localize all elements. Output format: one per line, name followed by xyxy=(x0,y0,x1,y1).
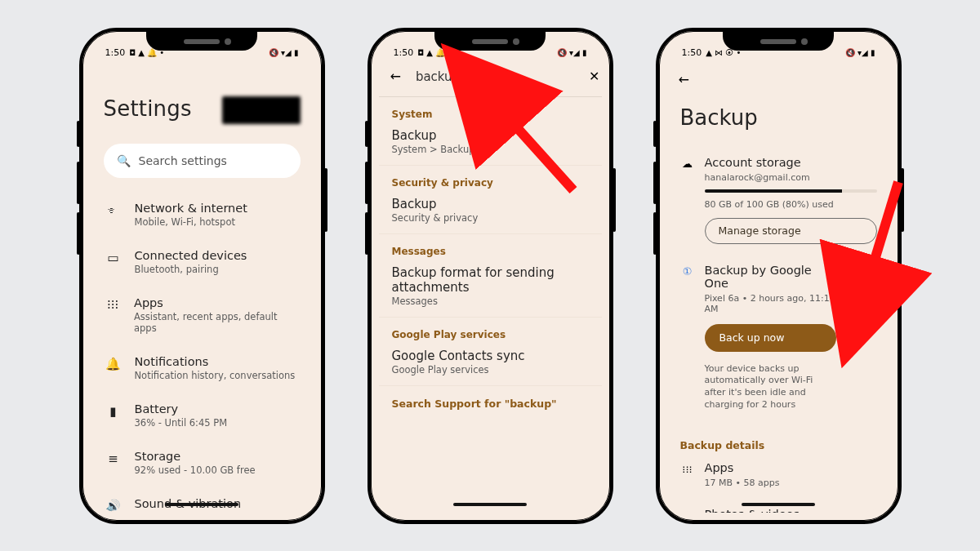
devices-icon: ▭ xyxy=(105,249,122,265)
settings-item[interactable]: ⁝⁝⁝ Apps Assistant, recent apps, default… xyxy=(104,287,301,343)
status-time: 1:50 xyxy=(105,47,126,58)
result-section-header: Messages xyxy=(379,234,602,259)
status-icons-left: ◘ ▲ 🔔 • xyxy=(129,49,164,57)
page-title: Backup xyxy=(680,105,877,130)
phone-search-results: 1:50 ◘ ▲ 🔔 • 🔇 ▾◢ ▮ ← ✕ SystemBackup Sys… xyxy=(368,28,613,524)
home-indicator[interactable] xyxy=(453,503,527,506)
cloud-icon: ☁︎ xyxy=(680,156,695,171)
result-sub: Security & privacy xyxy=(392,212,589,224)
side-button xyxy=(77,212,80,255)
side-button xyxy=(365,162,368,204)
side-button xyxy=(77,121,80,147)
notch xyxy=(472,39,508,44)
page-title: Settings xyxy=(104,96,192,121)
status-icons-left: ◘ ▲ 🔔 • xyxy=(417,49,452,57)
photos-icon: ✿ xyxy=(680,508,695,513)
phone-settings: 1:50 ◘ ▲ 🔔 • 🔇 ▾◢ ▮ Settings 🔍 Search se… xyxy=(79,28,325,524)
search-result-item[interactable]: Backup format for sending attachments Me… xyxy=(379,259,602,318)
detail-label: Photos & videos xyxy=(705,508,877,513)
result-label: Google Contacts sync xyxy=(392,349,589,363)
settings-item-label: Storage xyxy=(135,450,256,463)
notch xyxy=(760,39,796,44)
settings-item[interactable]: ≡ Storage 92% used - 10.00 GB free xyxy=(104,441,301,485)
side-button xyxy=(365,212,368,255)
status-icons-right: 🔇 ▾◢ ▮ xyxy=(269,49,299,57)
search-input[interactable]: 🔍 Search settings xyxy=(104,144,301,178)
settings-item[interactable]: 🔔 Notifications Notification history, co… xyxy=(104,346,301,390)
side-button xyxy=(653,212,657,255)
home-indicator[interactable] xyxy=(165,503,238,506)
result-sub: Google Play services xyxy=(392,364,589,375)
backup-note: Your device backs up automatically over … xyxy=(705,363,836,411)
status-icons-right: 🔇 ▾◢ ▮ xyxy=(845,49,875,57)
search-placeholder: Search settings xyxy=(139,154,227,167)
settings-item[interactable]: ▮ Battery 36% - Until 6:45 PM xyxy=(104,393,301,438)
settings-item-sub: Notification history, conversations xyxy=(135,370,296,381)
detail-label: Apps xyxy=(705,461,877,474)
settings-item[interactable]: ᯤ Network & internet Mobile, Wi-Fi, hots… xyxy=(104,193,301,237)
settings-item-sub: 36% - Until 6:45 PM xyxy=(135,417,228,429)
settings-item-sub: Mobile, Wi-Fi, hotspot xyxy=(135,216,247,228)
result-section-header: Google Play services xyxy=(379,318,602,342)
notch xyxy=(184,39,220,44)
phone-backup: 1:50 ▲ ⋈ ⦿ • 🔇 ▾◢ ▮ ← Backup ☁︎ Account … xyxy=(656,28,902,524)
result-label: Backup format for sending attachments xyxy=(392,265,589,295)
sound-icon: 🔊 xyxy=(105,497,122,513)
close-icon[interactable]: ✕ xyxy=(589,69,599,84)
side-button xyxy=(77,162,80,204)
side-button xyxy=(365,121,368,147)
side-button xyxy=(324,168,327,232)
annotation-arrow xyxy=(835,174,924,300)
google-one-icon: ① xyxy=(680,264,695,278)
settings-item-sub: Volume, haptics, Do Not Disturb xyxy=(135,512,285,513)
settings-item-label: Network & internet xyxy=(135,202,247,215)
side-button xyxy=(653,162,657,204)
apps-icon: ⁝⁝⁝ xyxy=(680,461,695,476)
annotation-arrow xyxy=(483,92,590,202)
svg-line-0 xyxy=(500,109,573,190)
back-icon[interactable]: ← xyxy=(679,72,689,87)
search-result-item[interactable]: Google Contacts sync Google Play service… xyxy=(379,342,602,385)
apps-icon: ⁝⁝⁝ xyxy=(105,296,121,313)
notifications-icon: 🔔 xyxy=(105,355,122,371)
battery-icon: ▮ xyxy=(105,402,122,419)
side-button xyxy=(612,168,616,232)
search-icon: 🔍 xyxy=(117,154,131,167)
settings-item[interactable]: 🔊 Sound & vibration Volume, haptics, Do … xyxy=(104,488,301,513)
search-input[interactable] xyxy=(414,69,576,85)
settings-item-label: Apps xyxy=(134,296,299,309)
status-icons-right: 🔇 ▾◢ ▮ xyxy=(557,49,587,57)
backup-details-header: Backup details xyxy=(680,439,877,451)
search-support-link[interactable]: Search Support for "backup" xyxy=(379,385,602,421)
settings-item-label: Notifications xyxy=(135,355,296,368)
back-icon[interactable]: ← xyxy=(390,69,401,84)
settings-item-label: Connected devices xyxy=(135,249,247,262)
storage-icon: ≡ xyxy=(105,450,122,466)
settings-item[interactable]: ▭ Connected devices Bluetooth, pairing xyxy=(104,240,301,284)
backup-detail-item[interactable]: ⁝⁝⁝ Apps 17 MB • 58 apps xyxy=(680,451,877,498)
settings-item-sub: Bluetooth, pairing xyxy=(135,264,247,275)
avatar[interactable] xyxy=(222,96,301,124)
wifi-icon: ᯤ xyxy=(105,202,122,218)
account-storage-label: Account storage xyxy=(705,156,877,169)
svg-line-1 xyxy=(867,182,898,284)
backup-google-one-label: Backup by Google One xyxy=(705,264,836,290)
status-icons-left: ▲ ⋈ ⦿ • xyxy=(706,49,741,57)
home-indicator[interactable] xyxy=(742,503,815,506)
settings-item-label: Battery xyxy=(135,402,228,415)
detail-sub: 17 MB • 58 apps xyxy=(705,478,877,488)
settings-item-sub: 92% used - 10.00 GB free xyxy=(135,464,256,476)
result-sub: Messages xyxy=(392,295,589,307)
backup-google-one-sub: Pixel 6a • 2 hours ago, 11:19 AM xyxy=(705,293,836,314)
back-up-now-button[interactable]: Back up now xyxy=(705,324,836,352)
settings-item-sub: Assistant, recent apps, default apps xyxy=(134,311,299,334)
status-time: 1:50 xyxy=(682,47,702,58)
status-time: 1:50 xyxy=(394,47,414,58)
side-button xyxy=(653,121,657,147)
